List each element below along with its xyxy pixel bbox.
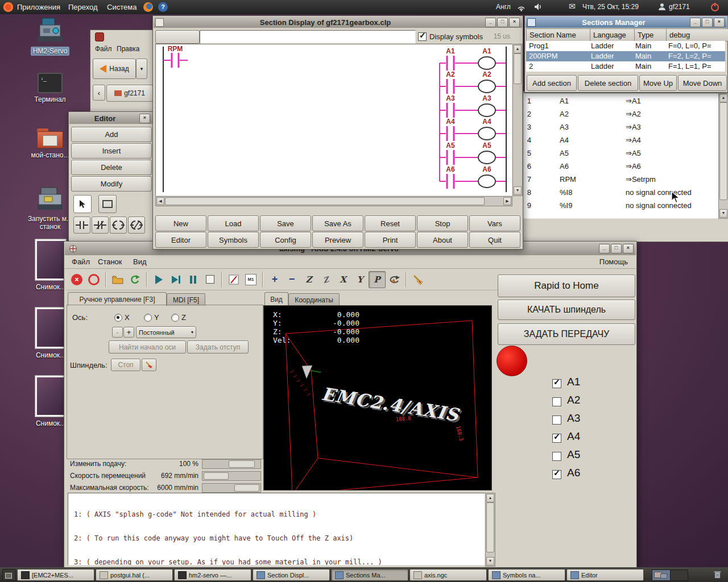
- reload-icon[interactable]: [126, 271, 143, 288]
- menu-edit[interactable]: Правка: [117, 45, 140, 53]
- radio-axis-x[interactable]: [114, 314, 122, 322]
- desktop-icon-terminal[interactable]: ›_ Терминал: [22, 73, 78, 103]
- maximize-icon[interactable]: □: [611, 244, 622, 253]
- column-header-language[interactable]: Language: [590, 28, 638, 41]
- stop-button[interactable]: Stop: [417, 215, 468, 231]
- taskbar-item-emc2-terminal[interactable]: [EMC2+MES...: [17, 569, 94, 581]
- vars-button[interactable]: Vars: [469, 215, 520, 231]
- checkbox-a1[interactable]: [552, 379, 561, 388]
- slider-thumb[interactable]: [229, 460, 255, 468]
- menu-file[interactable]: Файл: [72, 257, 90, 266]
- save-button[interactable]: Save: [260, 215, 311, 231]
- delete-section-button[interactable]: Delete section: [578, 75, 638, 91]
- ladder-canvas[interactable]: RPM A1A1 A2A2 A3A3 A4A4 A5A5 A6A6: [155, 44, 512, 196]
- history-prev-button[interactable]: ‹: [93, 85, 105, 101]
- jog-plus-button[interactable]: +: [123, 327, 134, 338]
- location-tab[interactable]: gf2171: [106, 85, 153, 102]
- symbols-list[interactable]: 1 A1 ⇒A1 2 A2 ⇒A2 3 A3 ⇒A3 4 A4 ⇒A4 5 A5…: [514, 93, 719, 219]
- section-selector[interactable]: [155, 30, 200, 44]
- column-header-section-name[interactable]: Section Name: [526, 28, 594, 41]
- clear-plot-icon[interactable]: [410, 271, 427, 288]
- checkbox-a6[interactable]: [552, 470, 561, 479]
- column-header-type[interactable]: Type: [634, 28, 670, 41]
- close-icon[interactable]: ×: [509, 18, 520, 27]
- checkbox-a3[interactable]: [552, 415, 561, 425]
- user-menu[interactable]: gf2171: [669, 3, 690, 11]
- checkbox-a5[interactable]: [552, 452, 561, 461]
- tab-mdi[interactable]: MDI [F5]: [167, 293, 205, 306]
- scroll-down-icon[interactable]: ▼: [719, 209, 727, 218]
- workspace-1[interactable]: [652, 570, 670, 580]
- view-front-icon[interactable]: Y: [351, 271, 369, 288]
- editor-delete-button[interactable]: Delete: [71, 160, 152, 175]
- editor-titlebar[interactable]: Editor ×: [69, 113, 152, 124]
- menu-machine[interactable]: Станок: [98, 257, 122, 266]
- toggle-skip-lines-icon[interactable]: [225, 271, 242, 288]
- taskbar-item-symbols[interactable]: Symbols na...: [488, 569, 565, 581]
- symbols-row[interactable]: 2 A2 ⇒A2: [514, 110, 719, 123]
- workspace-2[interactable]: [670, 570, 688, 580]
- symbols-row[interactable]: 3 A3 ⇒A3: [514, 123, 719, 136]
- move-up-button[interactable]: Move Up: [639, 75, 677, 91]
- spindle-brake-button[interactable]: [142, 359, 156, 371]
- editor-insert-button[interactable]: Insert: [71, 143, 152, 159]
- about-button[interactable]: About: [417, 232, 468, 248]
- new-button[interactable]: New: [155, 215, 206, 231]
- symbols-row[interactable]: 6 A6 ⇒A6: [514, 162, 719, 175]
- firefox-icon[interactable]: [143, 2, 153, 12]
- pointer-tool-button[interactable]: [73, 195, 92, 213]
- view-top-icon[interactable]: Z: [300, 271, 317, 288]
- taskbar-item-sections-manager[interactable]: Sections Ma...: [331, 569, 408, 581]
- gcode-line[interactable]: 1: ( AXIS "splash g-code" Not intended f…: [74, 510, 485, 518]
- help-icon[interactable]: ?: [158, 2, 168, 12]
- column-header-debug[interactable]: debug: [666, 28, 728, 41]
- volume-icon[interactable]: [533, 2, 543, 12]
- keyboard-layout-indicator[interactable]: Англ: [496, 3, 511, 11]
- menu-system[interactable]: Система: [107, 3, 136, 11]
- tab-manual-control[interactable]: Ручное управление [F3]: [68, 292, 167, 306]
- network-icon[interactable]: [516, 2, 526, 12]
- symbols-row[interactable]: 7 RPM ⇒Setrpm: [514, 175, 719, 188]
- max-velocity-slider[interactable]: [202, 483, 261, 493]
- spindle-stop-button[interactable]: Стоп: [111, 359, 140, 371]
- scroll-down-icon[interactable]: ▼: [514, 186, 522, 195]
- optional-stop-icon[interactable]: M1: [242, 271, 259, 288]
- tool-contact-closed-button[interactable]: [92, 217, 109, 234]
- jog-mode-dropdown[interactable]: Постоянный ▾: [136, 326, 196, 338]
- symbols-row[interactable]: 5 A5 ⇒A5: [514, 149, 719, 162]
- save-as-button[interactable]: Save As: [312, 215, 363, 231]
- gcode-line[interactable]: 2: ( To run this code anyway you might h…: [74, 534, 485, 542]
- maximize-icon[interactable]: □: [702, 18, 713, 27]
- editor-button[interactable]: Editor: [155, 232, 206, 248]
- view-side-icon[interactable]: X: [334, 271, 351, 288]
- spindle-rock-button[interactable]: КАЧАТЬ шпиндель: [498, 300, 635, 320]
- gcode-line[interactable]: 3: ( depending on your setup. As if you …: [74, 558, 485, 566]
- slider-thumb[interactable]: [234, 484, 259, 492]
- open-file-icon[interactable]: [109, 271, 126, 288]
- scroll-up-icon[interactable]: ▲: [514, 45, 522, 53]
- minimize-icon[interactable]: _: [599, 244, 610, 253]
- sections-table-row[interactable]: Prog1 Ladder Main F=0, L=0, P=: [526, 41, 725, 51]
- touch-off-button[interactable]: Задать отступ: [187, 340, 249, 354]
- back-button[interactable]: Назад: [93, 59, 136, 79]
- scroll-left-icon[interactable]: ◀: [156, 197, 164, 205]
- pause-icon[interactable]: [184, 271, 201, 288]
- symbols-scrollbar[interactable]: ▲ ▼: [718, 93, 728, 219]
- minimize-icon[interactable]: _: [690, 18, 701, 27]
- menu-file[interactable]: Файл: [95, 45, 112, 53]
- symbols-row[interactable]: 9 %I9 no signal connected: [514, 201, 719, 214]
- run-icon[interactable]: [150, 271, 167, 288]
- checkbox-a2[interactable]: [552, 397, 561, 406]
- taskbar-item-editor[interactable]: Editor: [566, 569, 644, 581]
- move-down-button[interactable]: Move Down: [678, 75, 727, 91]
- estop-icon[interactable]: ×: [68, 271, 85, 288]
- distro-logo-icon[interactable]: [3, 2, 13, 12]
- show-desktop-button[interactable]: [2, 569, 16, 581]
- section-display-titlebar[interactable]: Section Display of gf2171gearbox.clp _ □…: [154, 16, 522, 28]
- checkbox-a4[interactable]: [552, 434, 561, 443]
- symbols-row[interactable]: 4 A4 ⇒A4: [514, 136, 719, 149]
- preview-canvas[interactable]: 188.8 168.3 EMC2.4/AXIS EMC2.4/AXIS X:0.…: [263, 305, 492, 490]
- display-symbols-checkbox[interactable]: [418, 32, 427, 41]
- close-icon[interactable]: ×: [623, 244, 634, 253]
- symbols-row[interactable]: 8 %I8 no signal connected: [514, 188, 719, 201]
